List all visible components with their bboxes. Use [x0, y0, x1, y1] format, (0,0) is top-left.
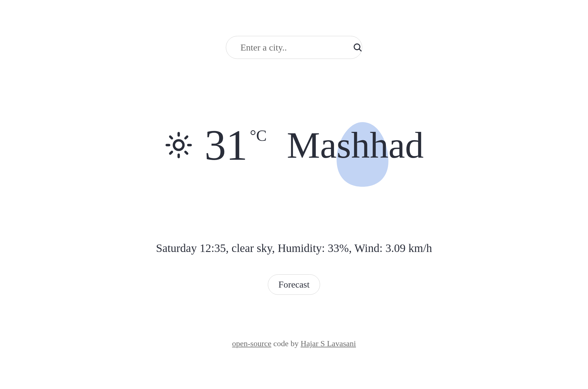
svg-line-9 — [170, 152, 172, 154]
footer-text: code by — [271, 339, 301, 348]
svg-line-1 — [359, 49, 361, 51]
weather-main: 31 °C Mashhad — [164, 124, 423, 167]
svg-line-10 — [185, 137, 187, 138]
svg-line-6 — [185, 152, 187, 154]
city-name: Mashhad — [287, 124, 424, 167]
sun-icon — [164, 131, 193, 159]
search-icon — [353, 43, 362, 52]
footer: open-source code by Hajar S Lavasani — [232, 339, 356, 348]
weather-details: Saturday 12:35, clear sky, Humidity: 33%… — [156, 241, 432, 255]
temperature-value: 31 — [204, 124, 247, 167]
open-source-link[interactable]: open-source — [232, 339, 271, 348]
temperature-display: 31 °C — [204, 124, 267, 167]
city-search-input[interactable] — [241, 42, 351, 53]
svg-line-5 — [170, 137, 172, 138]
search-button[interactable] — [351, 41, 365, 54]
svg-point-2 — [174, 140, 183, 150]
forecast-button[interactable]: Forecast — [268, 274, 320, 295]
svg-point-0 — [354, 44, 360, 50]
temperature-unit: °C — [250, 126, 267, 145]
author-link[interactable]: Hajar S Lavasani — [301, 339, 356, 348]
search-container — [226, 36, 362, 59]
